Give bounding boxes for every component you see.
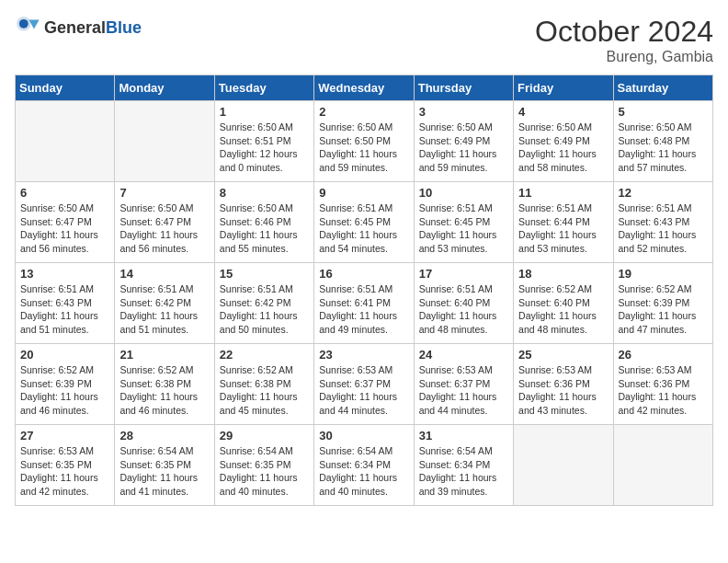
day-number: 20	[20, 348, 109, 362]
calendar-cell	[115, 101, 214, 182]
logo: General Blue	[15, 15, 142, 40]
day-number: 4	[518, 105, 608, 119]
calendar-cell: 27Sunrise: 6:53 AMSunset: 6:35 PMDayligh…	[16, 425, 115, 506]
cell-info: Sunrise: 6:50 AMSunset: 6:47 PMDaylight:…	[119, 201, 209, 256]
weekday-header: Tuesday	[214, 75, 313, 101]
day-number: 13	[20, 267, 109, 281]
day-number: 11	[518, 186, 608, 200]
calendar-cell: 21Sunrise: 6:52 AMSunset: 6:38 PMDayligh…	[115, 344, 214, 425]
calendar-cell: 18Sunrise: 6:52 AMSunset: 6:40 PMDayligh…	[514, 263, 613, 344]
calendar-cell: 19Sunrise: 6:52 AMSunset: 6:39 PMDayligh…	[613, 263, 712, 344]
calendar-week-row: 20Sunrise: 6:52 AMSunset: 6:39 PMDayligh…	[16, 344, 713, 425]
cell-info: Sunrise: 6:51 AMSunset: 6:44 PMDaylight:…	[518, 201, 608, 256]
day-number: 18	[518, 267, 608, 281]
cell-info: Sunrise: 6:51 AMSunset: 6:45 PMDaylight:…	[319, 201, 408, 256]
day-number: 5	[619, 105, 708, 119]
calendar-cell: 23Sunrise: 6:53 AMSunset: 6:37 PMDayligh…	[314, 344, 414, 425]
cell-info: Sunrise: 6:51 AMSunset: 6:43 PMDaylight:…	[20, 282, 109, 337]
day-number: 10	[419, 186, 508, 200]
calendar-cell: 10Sunrise: 6:51 AMSunset: 6:45 PMDayligh…	[414, 182, 513, 263]
title-area: October 2024 Bureng, Gambia	[535, 15, 713, 65]
day-number: 3	[419, 105, 508, 119]
day-number: 23	[319, 348, 408, 362]
day-number: 26	[619, 348, 708, 362]
weekday-header: Saturday	[613, 75, 712, 101]
weekday-header: Friday	[514, 75, 613, 101]
cell-info: Sunrise: 6:54 AMSunset: 6:34 PMDaylight:…	[419, 444, 508, 499]
calendar-header-row: SundayMondayTuesdayWednesdayThursdayFrid…	[16, 75, 713, 101]
cell-info: Sunrise: 6:52 AMSunset: 6:38 PMDaylight:…	[220, 363, 309, 418]
cell-info: Sunrise: 6:50 AMSunset: 6:47 PMDaylight:…	[20, 201, 109, 256]
day-number: 6	[20, 186, 109, 200]
day-number: 27	[20, 429, 109, 442]
weekday-header: Monday	[115, 75, 214, 101]
day-number: 7	[119, 186, 209, 200]
cell-info: Sunrise: 6:51 AMSunset: 6:45 PMDaylight:…	[419, 201, 508, 256]
calendar-cell: 22Sunrise: 6:52 AMSunset: 6:38 PMDayligh…	[214, 344, 313, 425]
logo-icon	[15, 15, 40, 40]
cell-info: Sunrise: 6:53 AMSunset: 6:35 PMDaylight:…	[20, 444, 109, 499]
calendar-cell: 12Sunrise: 6:51 AMSunset: 6:43 PMDayligh…	[613, 182, 712, 263]
day-number: 16	[319, 267, 408, 281]
day-number: 9	[319, 186, 408, 200]
calendar-cell: 15Sunrise: 6:51 AMSunset: 6:42 PMDayligh…	[214, 263, 313, 344]
calendar-table: SundayMondayTuesdayWednesdayThursdayFrid…	[15, 75, 713, 506]
cell-info: Sunrise: 6:50 AMSunset: 6:46 PMDaylight:…	[220, 201, 309, 256]
day-number: 1	[220, 105, 309, 119]
calendar-week-row: 6Sunrise: 6:50 AMSunset: 6:47 PMDaylight…	[16, 182, 713, 263]
calendar-cell: 17Sunrise: 6:51 AMSunset: 6:40 PMDayligh…	[414, 263, 513, 344]
cell-info: Sunrise: 6:51 AMSunset: 6:42 PMDaylight:…	[220, 282, 309, 337]
cell-info: Sunrise: 6:51 AMSunset: 6:42 PMDaylight:…	[119, 282, 209, 337]
cell-info: Sunrise: 6:52 AMSunset: 6:38 PMDaylight:…	[119, 363, 209, 418]
cell-info: Sunrise: 6:53 AMSunset: 6:36 PMDaylight:…	[619, 363, 708, 418]
month-title: October 2024	[535, 15, 713, 49]
calendar-cell: 7Sunrise: 6:50 AMSunset: 6:47 PMDaylight…	[115, 182, 214, 263]
calendar-cell: 1Sunrise: 6:50 AMSunset: 6:51 PMDaylight…	[214, 101, 313, 182]
cell-info: Sunrise: 6:54 AMSunset: 6:34 PMDaylight:…	[319, 444, 408, 499]
calendar-cell: 16Sunrise: 6:51 AMSunset: 6:41 PMDayligh…	[314, 263, 414, 344]
day-number: 8	[220, 186, 309, 200]
day-number: 24	[419, 348, 508, 362]
calendar-cell: 14Sunrise: 6:51 AMSunset: 6:42 PMDayligh…	[115, 263, 214, 344]
day-number: 14	[119, 267, 209, 281]
location-title: Bureng, Gambia	[535, 49, 713, 65]
weekday-header: Thursday	[414, 75, 513, 101]
calendar-cell: 2Sunrise: 6:50 AMSunset: 6:50 PMDaylight…	[314, 101, 414, 182]
cell-info: Sunrise: 6:50 AMSunset: 6:50 PMDaylight:…	[319, 121, 408, 175]
calendar-week-row: 13Sunrise: 6:51 AMSunset: 6:43 PMDayligh…	[16, 263, 713, 344]
calendar-cell: 5Sunrise: 6:50 AMSunset: 6:48 PMDaylight…	[613, 101, 712, 182]
calendar-cell: 8Sunrise: 6:50 AMSunset: 6:46 PMDaylight…	[214, 182, 313, 263]
logo-general: General	[44, 19, 106, 36]
calendar-cell: 26Sunrise: 6:53 AMSunset: 6:36 PMDayligh…	[613, 344, 712, 425]
page-header: General Blue October 2024 Bureng, Gambia	[15, 15, 713, 65]
calendar-cell: 25Sunrise: 6:53 AMSunset: 6:36 PMDayligh…	[514, 344, 613, 425]
cell-info: Sunrise: 6:50 AMSunset: 6:49 PMDaylight:…	[419, 121, 508, 175]
cell-info: Sunrise: 6:50 AMSunset: 6:51 PMDaylight:…	[220, 121, 309, 175]
calendar-cell: 20Sunrise: 6:52 AMSunset: 6:39 PMDayligh…	[16, 344, 115, 425]
calendar-week-row: 27Sunrise: 6:53 AMSunset: 6:35 PMDayligh…	[16, 425, 713, 506]
calendar-cell: 9Sunrise: 6:51 AMSunset: 6:45 PMDaylight…	[314, 182, 414, 263]
calendar-cell: 11Sunrise: 6:51 AMSunset: 6:44 PMDayligh…	[514, 182, 613, 263]
calendar-cell: 24Sunrise: 6:53 AMSunset: 6:37 PMDayligh…	[414, 344, 513, 425]
logo-text: General Blue	[44, 19, 142, 36]
calendar-cell: 13Sunrise: 6:51 AMSunset: 6:43 PMDayligh…	[16, 263, 115, 344]
calendar-cell: 6Sunrise: 6:50 AMSunset: 6:47 PMDaylight…	[16, 182, 115, 263]
day-number: 25	[518, 348, 608, 362]
day-number: 15	[220, 267, 309, 281]
cell-info: Sunrise: 6:53 AMSunset: 6:37 PMDaylight:…	[319, 363, 408, 418]
day-number: 31	[419, 429, 508, 442]
cell-info: Sunrise: 6:52 AMSunset: 6:40 PMDaylight:…	[518, 282, 608, 337]
svg-point-1	[19, 19, 28, 29]
day-number: 21	[119, 348, 209, 362]
weekday-header: Sunday	[16, 75, 115, 101]
cell-info: Sunrise: 6:54 AMSunset: 6:35 PMDaylight:…	[220, 444, 309, 499]
calendar-cell	[514, 425, 613, 506]
calendar-cell: 30Sunrise: 6:54 AMSunset: 6:34 PMDayligh…	[314, 425, 414, 506]
cell-info: Sunrise: 6:51 AMSunset: 6:41 PMDaylight:…	[319, 282, 408, 337]
cell-info: Sunrise: 6:51 AMSunset: 6:43 PMDaylight:…	[619, 201, 708, 256]
day-number: 28	[119, 429, 209, 442]
weekday-header: Wednesday	[314, 75, 414, 101]
day-number: 30	[319, 429, 408, 442]
cell-info: Sunrise: 6:54 AMSunset: 6:35 PMDaylight:…	[119, 444, 209, 499]
cell-info: Sunrise: 6:52 AMSunset: 6:39 PMDaylight:…	[619, 282, 708, 337]
